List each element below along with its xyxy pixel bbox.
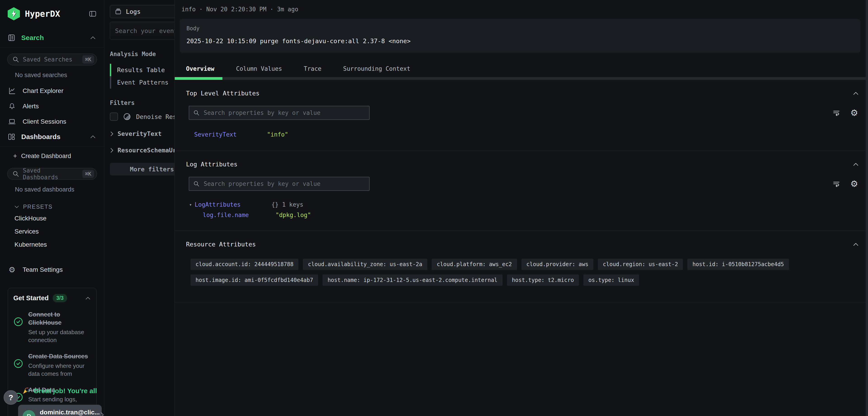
preset-item-clickhouse[interactable]: ClickHouse	[0, 212, 104, 225]
chevron-up-icon[interactable]	[852, 91, 859, 95]
sidebar-section-dashboards[interactable]: Dashboards	[0, 129, 104, 147]
event-search-placeholder: Search your events	[115, 27, 175, 34]
help-button[interactable]: ?	[4, 390, 18, 405]
chevron-up-icon[interactable]	[852, 242, 859, 246]
congrats-text: Great job! You're all	[33, 387, 97, 395]
saved-dashboards-input[interactable]: Saved Dashboards ⌘K	[7, 168, 97, 180]
party-popper-icon	[22, 387, 30, 395]
resource-chip[interactable]: host.id: i-0510b81275acbe4d5	[687, 259, 789, 270]
search-icon	[12, 56, 19, 63]
source-selector-button[interactable]: Logs	[110, 5, 175, 18]
event-search-input[interactable]: Search your events	[110, 22, 175, 40]
no-saved-searches-note: No saved searches	[15, 72, 97, 79]
tab-trace[interactable]: Trace	[304, 65, 321, 72]
resource-chip[interactable]: cloud.region: us-east-2	[598, 259, 683, 270]
sidebar-item-label: Team Settings	[23, 266, 63, 273]
tab-underline-track	[175, 77, 868, 80]
chevron-right-icon	[100, 412, 105, 416]
user-account-button[interactable]: D dominic.tran@clic... dominic.tran@clic…	[18, 405, 102, 416]
denoise-icon	[123, 113, 131, 121]
chevron-down-icon	[14, 205, 20, 209]
sidebar-item-client-sessions[interactable]: Client Sessions	[0, 114, 104, 129]
tab-surrounding-context[interactable]: Surrounding Context	[343, 65, 410, 72]
tree-root-row: ▾ LogAttributes {} 1 keys	[189, 201, 868, 208]
avatar: D	[23, 410, 35, 416]
filter-group-severitytext[interactable]: SeverityText	[110, 130, 175, 137]
chevron-up-icon[interactable]	[90, 135, 96, 139]
resource-chip[interactable]: cloud.account.id: 244449518788	[191, 259, 298, 270]
caret-down-icon[interactable]: ▾	[189, 202, 195, 207]
attribute-key[interactable]: log.file.name	[203, 212, 276, 218]
sidebar-section-search[interactable]: Search	[0, 28, 104, 48]
resource-chip[interactable]: cloud.platform: aws_ec2	[432, 259, 517, 270]
section-divider	[175, 302, 868, 302]
sidebar-collapse-icon[interactable]	[89, 10, 96, 17]
resource-chip[interactable]: host.type: t2.micro	[507, 274, 579, 286]
shortcut-badge: ⌘K	[82, 170, 94, 178]
tab-overview[interactable]: Overview	[186, 65, 214, 72]
sidebar-item-chart-explorer[interactable]: Chart Explorer	[0, 83, 104, 98]
source-label: Logs	[126, 8, 141, 15]
get-started-header[interactable]: Get Started 3/3	[13, 294, 91, 302]
progress-badge: 3/3	[53, 294, 67, 302]
sidebar-item-team-settings[interactable]: ⚙ Team Settings	[0, 262, 104, 277]
gear-icon[interactable]: ⚙	[850, 109, 858, 117]
chevron-up-icon[interactable]	[90, 36, 96, 40]
saved-searches-block: Saved Searches ⌘K No saved searches	[0, 48, 104, 83]
tree-root-key[interactable]: LogAttributes	[195, 201, 272, 208]
attribute-value[interactable]: "dpkg.log"	[276, 212, 311, 218]
wrap-lines-icon[interactable]	[832, 180, 840, 188]
step-description: Set up your database connection	[28, 328, 91, 344]
sidebar-item-label: Client Sessions	[23, 118, 66, 125]
denoise-checkbox[interactable]	[110, 113, 118, 121]
get-started-card: Get Started 3/3 Connect to ClickHouse Se…	[8, 288, 96, 416]
tab-column-values[interactable]: Column Values	[236, 65, 282, 72]
presets-toggle[interactable]: PRESETS	[0, 198, 104, 212]
no-saved-dashboards-note: No saved dashboards	[15, 186, 97, 193]
property-search-input[interactable]: Search properties by key or value	[189, 177, 370, 191]
resource-chip[interactable]: cloud.provider: aws	[522, 259, 594, 270]
resource-chip[interactable]: cloud.availability_zone: us-east-2a	[303, 259, 427, 270]
property-search-input[interactable]: Search properties by key or value	[189, 106, 370, 120]
detail-tabs: Overview Column Values Trace Surrounding…	[175, 65, 868, 72]
dashboards-icon	[8, 133, 16, 141]
chevron-up-icon[interactable]	[852, 162, 859, 167]
wrap-lines-icon[interactable]	[832, 109, 840, 117]
scrollbar[interactable]	[866, 0, 868, 416]
section-title: Resource Attributes	[186, 241, 256, 248]
gear-icon[interactable]: ⚙	[850, 179, 858, 188]
preset-item-kubernetes[interactable]: Kubernetes	[0, 238, 104, 251]
resource-chip[interactable]: os.type: linux	[583, 274, 639, 286]
search-icon	[193, 181, 199, 187]
saved-searches-placeholder: Saved Searches	[23, 56, 79, 63]
mode-results-table[interactable]: Results Table	[110, 64, 175, 76]
more-filters-button[interactable]: More filters	[110, 163, 175, 175]
laptop-icon	[8, 118, 16, 125]
preset-item-services[interactable]: Services	[0, 225, 104, 238]
source-icon	[115, 8, 122, 15]
step-title: Create Data Sources	[28, 352, 91, 360]
saved-searches-input[interactable]: Saved Searches ⌘K	[7, 54, 97, 65]
chevron-up-icon[interactable]	[85, 296, 91, 300]
event-body-card: Body 2025-10-22 10:15:09 purge fonts-dej…	[180, 19, 860, 53]
create-dashboard-button[interactable]: + Create Dashboard	[0, 147, 104, 162]
dashboards-section-label: Dashboards	[21, 133, 84, 141]
mode-event-patterns[interactable]: Event Patterns	[110, 76, 175, 89]
get-started-step-sources[interactable]: Create Data Sources Configure where your…	[13, 352, 91, 378]
search-icon	[12, 171, 19, 177]
body-label: Body	[186, 25, 854, 32]
sidebar-item-alerts[interactable]: Alerts	[0, 98, 104, 114]
chevron-right-icon	[110, 147, 114, 153]
attribute-key[interactable]: SeverityText	[194, 131, 267, 138]
chart-explorer-icon	[8, 87, 16, 95]
tree-root-meta: {} 1 keys	[272, 201, 303, 208]
resource-chip[interactable]: host.name: ip-172-31-12-5.us-east-2.comp…	[322, 274, 502, 286]
section-title: Log Attributes	[186, 161, 238, 168]
filter-group-resourceschemaurl[interactable]: ResourceSchemaUrl	[110, 147, 175, 154]
property-search-placeholder: Search properties by key or value	[204, 110, 320, 116]
get-started-step-connect[interactable]: Connect to ClickHouse Set up your databa…	[13, 310, 91, 344]
attribute-value[interactable]: "info"	[267, 131, 288, 138]
resource-chip[interactable]: host.image.id: ami-0f5fcdfbd140e4ab7	[191, 274, 318, 286]
section-top-level-attributes: Top Level Attributes Search properties b…	[175, 80, 868, 139]
user-name: dominic.tran@clic...	[40, 409, 100, 416]
